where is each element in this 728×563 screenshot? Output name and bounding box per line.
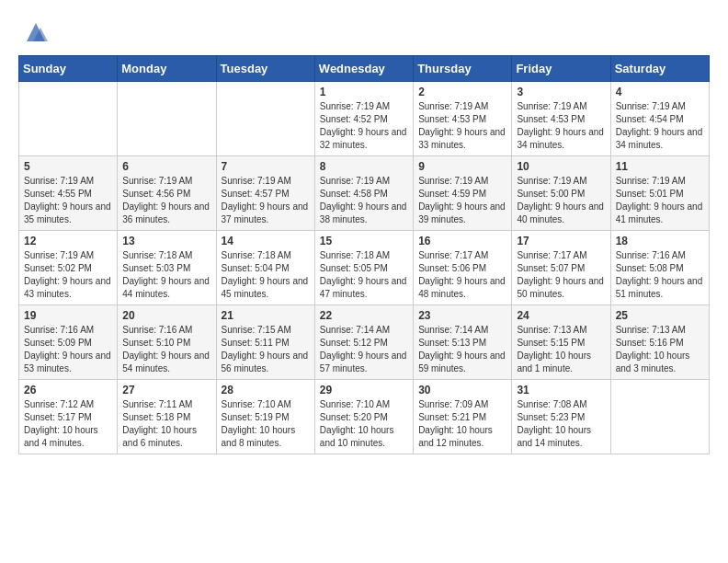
calendar-cell bbox=[118, 82, 216, 156]
calendar-cell: 13Sunrise: 7:18 AM Sunset: 5:03 PM Dayli… bbox=[118, 231, 216, 305]
day-number: 7 bbox=[222, 160, 310, 173]
day-info: Sunrise: 7:19 AM Sunset: 4:57 PM Dayligh… bbox=[222, 175, 310, 226]
day-info: Sunrise: 7:19 AM Sunset: 4:53 PM Dayligh… bbox=[418, 100, 506, 152]
day-info: Sunrise: 7:14 AM Sunset: 5:13 PM Dayligh… bbox=[418, 324, 506, 375]
day-info: Sunrise: 7:19 AM Sunset: 4:53 PM Dayligh… bbox=[517, 100, 605, 152]
calendar-cell: 9Sunrise: 7:19 AM Sunset: 4:59 PM Daylig… bbox=[414, 156, 512, 231]
calendar-cell: 5Sunrise: 7:19 AM Sunset: 4:55 PM Daylig… bbox=[19, 156, 118, 231]
day-info: Sunrise: 7:17 AM Sunset: 5:06 PM Dayligh… bbox=[418, 249, 506, 301]
day-number: 20 bbox=[122, 309, 210, 322]
day-number: 15 bbox=[320, 235, 408, 247]
calendar-cell: 6Sunrise: 7:19 AM Sunset: 4:56 PM Daylig… bbox=[118, 156, 216, 231]
day-info: Sunrise: 7:18 AM Sunset: 5:03 PM Dayligh… bbox=[122, 249, 210, 301]
day-number: 25 bbox=[616, 309, 704, 322]
day-number: 2 bbox=[418, 86, 506, 98]
calendar-cell: 26Sunrise: 7:12 AM Sunset: 5:17 PM Dayli… bbox=[19, 380, 118, 454]
calendar-week-3: 12Sunrise: 7:19 AM Sunset: 5:02 PM Dayli… bbox=[19, 231, 710, 305]
day-info: Sunrise: 7:18 AM Sunset: 5:05 PM Dayligh… bbox=[320, 249, 408, 301]
calendar-cell: 2Sunrise: 7:19 AM Sunset: 4:53 PM Daylig… bbox=[414, 82, 512, 156]
day-info: Sunrise: 7:16 AM Sunset: 5:10 PM Dayligh… bbox=[122, 324, 210, 375]
col-header-saturday: Saturday bbox=[610, 56, 709, 82]
calendar-cell: 30Sunrise: 7:09 AM Sunset: 5:21 PM Dayli… bbox=[414, 380, 512, 454]
day-info: Sunrise: 7:15 AM Sunset: 5:11 PM Dayligh… bbox=[222, 324, 310, 375]
day-number: 16 bbox=[418, 235, 506, 247]
calendar-cell: 25Sunrise: 7:13 AM Sunset: 5:16 PM Dayli… bbox=[610, 305, 709, 380]
day-number: 3 bbox=[517, 86, 605, 98]
calendar-week-1: 1Sunrise: 7:19 AM Sunset: 4:52 PM Daylig… bbox=[19, 82, 710, 156]
day-number: 23 bbox=[418, 309, 506, 322]
day-info: Sunrise: 7:13 AM Sunset: 5:15 PM Dayligh… bbox=[517, 324, 605, 375]
calendar-header-row: SundayMondayTuesdayWednesdayThursdayFrid… bbox=[19, 56, 710, 82]
day-info: Sunrise: 7:19 AM Sunset: 5:01 PM Dayligh… bbox=[616, 175, 704, 226]
day-number: 14 bbox=[222, 235, 310, 247]
day-number: 8 bbox=[320, 160, 408, 173]
day-number: 28 bbox=[222, 384, 310, 396]
day-info: Sunrise: 7:10 AM Sunset: 5:19 PM Dayligh… bbox=[222, 398, 310, 450]
calendar-cell: 4Sunrise: 7:19 AM Sunset: 4:54 PM Daylig… bbox=[610, 82, 709, 156]
calendar-week-5: 26Sunrise: 7:12 AM Sunset: 5:17 PM Dayli… bbox=[19, 380, 710, 454]
day-number: 17 bbox=[517, 235, 605, 247]
day-info: Sunrise: 7:19 AM Sunset: 4:52 PM Dayligh… bbox=[320, 100, 408, 152]
calendar-cell: 7Sunrise: 7:19 AM Sunset: 4:57 PM Daylig… bbox=[216, 156, 314, 231]
page-header bbox=[18, 18, 710, 46]
calendar-cell: 28Sunrise: 7:10 AM Sunset: 5:19 PM Dayli… bbox=[216, 380, 314, 454]
day-info: Sunrise: 7:16 AM Sunset: 5:09 PM Dayligh… bbox=[24, 324, 112, 375]
day-number: 11 bbox=[616, 160, 704, 173]
calendar-cell: 14Sunrise: 7:18 AM Sunset: 5:04 PM Dayli… bbox=[216, 231, 314, 305]
day-info: Sunrise: 7:11 AM Sunset: 5:18 PM Dayligh… bbox=[122, 398, 210, 450]
day-number: 22 bbox=[320, 309, 408, 322]
col-header-thursday: Thursday bbox=[414, 56, 512, 82]
col-header-monday: Monday bbox=[118, 56, 216, 82]
calendar-cell bbox=[216, 82, 314, 156]
calendar-cell: 10Sunrise: 7:19 AM Sunset: 5:00 PM Dayli… bbox=[512, 156, 610, 231]
calendar-week-2: 5Sunrise: 7:19 AM Sunset: 4:55 PM Daylig… bbox=[19, 156, 710, 231]
calendar-cell: 18Sunrise: 7:16 AM Sunset: 5:08 PM Dayli… bbox=[610, 231, 709, 305]
calendar-cell bbox=[19, 82, 118, 156]
logo-icon bbox=[22, 18, 50, 46]
calendar-cell: 23Sunrise: 7:14 AM Sunset: 5:13 PM Dayli… bbox=[414, 305, 512, 380]
day-number: 27 bbox=[122, 384, 210, 396]
day-info: Sunrise: 7:18 AM Sunset: 5:04 PM Dayligh… bbox=[222, 249, 310, 301]
day-number: 4 bbox=[616, 86, 704, 98]
calendar-cell: 1Sunrise: 7:19 AM Sunset: 4:52 PM Daylig… bbox=[314, 82, 413, 156]
calendar-cell: 31Sunrise: 7:08 AM Sunset: 5:23 PM Dayli… bbox=[512, 380, 610, 454]
col-header-tuesday: Tuesday bbox=[216, 56, 314, 82]
calendar-cell: 24Sunrise: 7:13 AM Sunset: 5:15 PM Dayli… bbox=[512, 305, 610, 380]
day-number: 10 bbox=[517, 160, 605, 173]
day-info: Sunrise: 7:19 AM Sunset: 4:54 PM Dayligh… bbox=[616, 100, 704, 152]
day-info: Sunrise: 7:19 AM Sunset: 5:00 PM Dayligh… bbox=[517, 175, 605, 226]
day-number: 12 bbox=[24, 235, 112, 247]
day-number: 29 bbox=[320, 384, 408, 396]
day-number: 5 bbox=[24, 160, 112, 173]
day-info: Sunrise: 7:19 AM Sunset: 5:02 PM Dayligh… bbox=[24, 249, 112, 301]
day-info: Sunrise: 7:17 AM Sunset: 5:07 PM Dayligh… bbox=[517, 249, 605, 301]
day-info: Sunrise: 7:09 AM Sunset: 5:21 PM Dayligh… bbox=[418, 398, 506, 450]
calendar-cell: 11Sunrise: 7:19 AM Sunset: 5:01 PM Dayli… bbox=[610, 156, 709, 231]
day-info: Sunrise: 7:14 AM Sunset: 5:12 PM Dayligh… bbox=[320, 324, 408, 375]
day-info: Sunrise: 7:19 AM Sunset: 4:56 PM Dayligh… bbox=[122, 175, 210, 226]
calendar-cell: 16Sunrise: 7:17 AM Sunset: 5:06 PM Dayli… bbox=[414, 231, 512, 305]
day-info: Sunrise: 7:19 AM Sunset: 4:58 PM Dayligh… bbox=[320, 175, 408, 226]
calendar-cell: 17Sunrise: 7:17 AM Sunset: 5:07 PM Dayli… bbox=[512, 231, 610, 305]
day-number: 24 bbox=[517, 309, 605, 322]
day-number: 19 bbox=[24, 309, 112, 322]
day-number: 13 bbox=[122, 235, 210, 247]
day-number: 6 bbox=[122, 160, 210, 173]
day-number: 9 bbox=[418, 160, 506, 173]
logo bbox=[18, 18, 50, 46]
calendar-cell: 29Sunrise: 7:10 AM Sunset: 5:20 PM Dayli… bbox=[314, 380, 413, 454]
calendar-cell: 3Sunrise: 7:19 AM Sunset: 4:53 PM Daylig… bbox=[512, 82, 610, 156]
col-header-wednesday: Wednesday bbox=[314, 56, 413, 82]
calendar-cell: 22Sunrise: 7:14 AM Sunset: 5:12 PM Dayli… bbox=[314, 305, 413, 380]
day-number: 21 bbox=[222, 309, 310, 322]
calendar-cell: 21Sunrise: 7:15 AM Sunset: 5:11 PM Dayli… bbox=[216, 305, 314, 380]
day-info: Sunrise: 7:10 AM Sunset: 5:20 PM Dayligh… bbox=[320, 398, 408, 450]
calendar-cell bbox=[610, 380, 709, 454]
calendar-cell: 8Sunrise: 7:19 AM Sunset: 4:58 PM Daylig… bbox=[314, 156, 413, 231]
col-header-sunday: Sunday bbox=[19, 56, 118, 82]
calendar-cell: 20Sunrise: 7:16 AM Sunset: 5:10 PM Dayli… bbox=[118, 305, 216, 380]
day-number: 18 bbox=[616, 235, 704, 247]
day-info: Sunrise: 7:19 AM Sunset: 4:59 PM Dayligh… bbox=[418, 175, 506, 226]
col-header-friday: Friday bbox=[512, 56, 610, 82]
calendar-cell: 15Sunrise: 7:18 AM Sunset: 5:05 PM Dayli… bbox=[314, 231, 413, 305]
